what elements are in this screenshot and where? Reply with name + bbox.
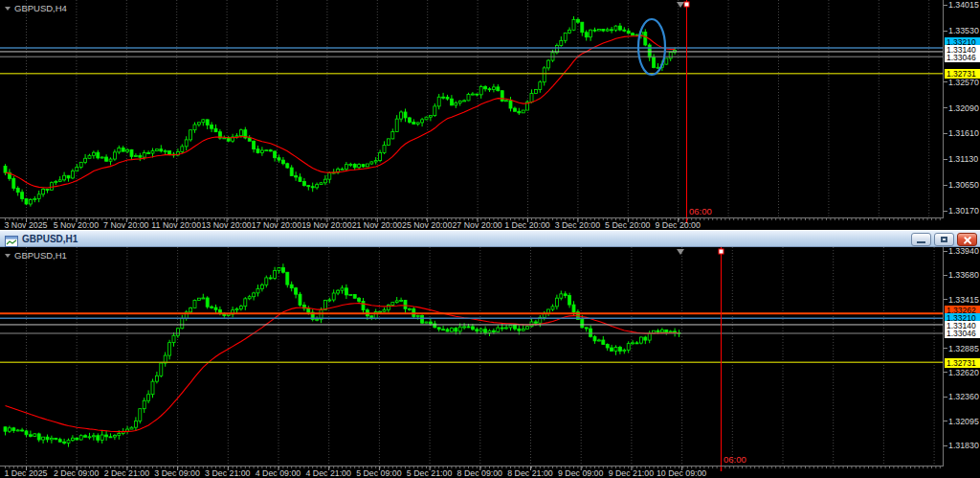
price-tick-mark [944,159,947,160]
price-tick-label: 1.31130 [948,154,978,164]
price-tick-mark [944,5,947,6]
time-tick-label: 8 Dec 09:00 [457,468,502,478]
time-tick-label: 5 Dec 21:00 [407,468,452,478]
time-tick-label: 5 Dec 09:00 [356,468,401,478]
maximize-icon [941,237,947,242]
price-tag: 1.33046 [945,53,980,62]
price-tick-mark [944,81,947,82]
time-tick-label: 4 Dec 09:00 [256,468,301,478]
price-tick-label: 1.32090 [948,103,979,113]
time-tick-label: 21 Nov 20:00 [352,220,402,230]
symbol-period-label-h4[interactable]: GBPUSD,H4 [5,3,67,13]
horizontal-price-lines [0,48,943,74]
minimize-icon [917,241,925,243]
price-tick-label: 1.32885 [948,344,979,353]
time-tick-label: 7 Nov 20:00 [103,220,148,230]
chart-shift-marker[interactable] [677,249,684,255]
price-tag: 1.32731 [945,358,980,368]
price-tag: 1.33046 [945,329,980,338]
price-tick-label: 1.31830 [948,441,979,450]
time-tick-label: 10 Dec 09:00 [657,468,706,478]
moving-average-line [6,35,676,188]
symbol-period-text: GBPUSD,H4 [14,3,67,13]
price-tick-label: 1.30170 [948,206,979,216]
vline-time-label: 06:00 [724,454,746,465]
price-tick-mark [944,31,947,32]
price-tick-label: 1.32360 [948,392,979,401]
window-titlebar-h1[interactable]: GBPUSD,H1 [0,230,980,247]
time-tick-label: 9 Dec 09:00 [558,468,603,478]
time-tick-label: 17 Nov 20:00 [252,220,301,230]
window-title: GBPUSD,H1 [22,234,78,244]
price-tick-label: 1.33530 [948,26,979,35]
time-tick-label: 25 Nov 20:00 [402,220,452,230]
moving-average-line [6,304,679,432]
time-tick-label: 8 Dec 21:00 [507,468,552,478]
candles-series [4,16,677,207]
grid-lines [27,0,929,217]
price-tick-mark [944,107,947,108]
price-tick-mark [944,421,947,421]
price-tick-label: 1.33680 [948,270,979,280]
vline-handle[interactable] [684,2,689,7]
price-tick-mark [944,348,947,349]
symbol-period-text: GBPUSD,H1 [14,250,67,261]
chevron-down-icon [5,254,11,258]
price-tick-mark [944,299,947,300]
price-tick-mark [944,372,947,373]
time-tick-label: 9 Dec 21:00 [609,468,654,478]
time-tick-label: 5 Dec 20:00 [605,220,650,230]
price-axis-h4[interactable]: 1.340151.335301.325701.320901.316101.311… [944,0,980,218]
candles-series [4,263,680,446]
minimize-button[interactable] [911,233,931,246]
price-tick-mark [944,251,947,252]
vline-handle[interactable] [719,249,724,254]
time-tick-label: 4 Dec 21:00 [305,468,350,478]
price-axis-h1[interactable]: 1.339401.336801.334151.328851.326201.323… [944,247,980,467]
time-tick-label: 19 Nov 20:00 [301,220,351,230]
time-tick-label: 1 Dec 20:00 [504,220,549,230]
symbol-period-label-h1[interactable]: GBPUSD,H1 [5,250,67,261]
chevron-down-icon [5,7,11,11]
price-tick-mark [944,185,947,186]
price-tick-mark [944,211,947,212]
time-tick-label: 13 Nov 20:00 [201,220,251,230]
candlestick-chart[interactable] [0,0,943,217]
close-button[interactable] [957,233,977,246]
price-tick-label: 1.34015 [948,0,979,10]
price-tick-mark [944,275,947,276]
chart-plot-h1[interactable]: GBPUSD,H1 06:00 [0,247,944,467]
horizontal-price-lines [0,313,943,362]
time-axis-h4[interactable]: 3 Nov 20255 Nov 20:007 Nov 20:0011 Nov 2… [0,218,980,230]
price-tick-label: 1.32570 [948,78,979,87]
price-tick-label: 1.31610 [948,128,979,138]
time-tick-label: 2 Dec 21:00 [104,468,149,478]
vline-time-label: 06:00 [689,206,712,216]
price-tag: 1.32731 [945,69,980,79]
price-tick-label: 1.33940 [948,246,979,256]
time-tick-label: 9 Dec 20:00 [655,220,700,230]
time-tick-label: 3 Dec 09:00 [154,468,199,478]
price-tick-label: 1.33415 [948,295,979,305]
chart-shift-marker[interactable] [677,2,684,8]
time-tick-label: 3 Dec 21:00 [205,468,250,478]
grid-lines [27,247,935,466]
time-tick-label: 11 Nov 20:00 [151,220,201,230]
price-tick-mark [944,397,947,398]
time-tick-label: 3 Dec 20:00 [555,220,600,230]
time-axis-h1[interactable]: 1 Dec 20252 Dec 09:002 Dec 21:003 Dec 09… [0,467,980,478]
price-tick-label: 1.30650 [948,180,979,190]
terminal-workspace: GBPUSD,H4 06:00 1.340151.335301.325701.3… [0,0,980,478]
time-tick-label: 5 Nov 20:00 [54,220,99,230]
time-tick-label: 1 Dec 2025 [5,468,48,478]
maximize-button[interactable] [934,233,954,246]
window-controls [911,233,977,246]
price-tick-label: 1.32095 [948,417,979,426]
time-tick-label: 2 Dec 09:00 [54,468,99,478]
candlestick-chart[interactable] [0,247,943,466]
price-tick-mark [944,445,947,446]
time-tick-label: 27 Nov 20:00 [452,220,501,230]
time-tick-label: 3 Nov 2025 [5,220,48,230]
chart-plot-h4[interactable]: GBPUSD,H4 06:00 [0,0,944,218]
price-tick-label: 1.32620 [948,368,979,377]
